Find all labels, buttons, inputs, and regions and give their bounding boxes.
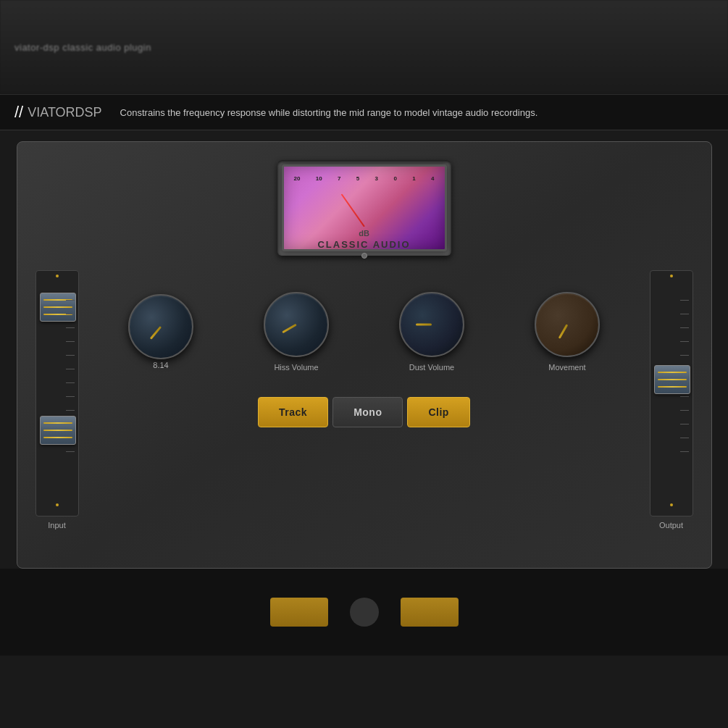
vu-needle (340, 193, 364, 227)
knobs-section: 8.14 Hiss Volume (79, 270, 650, 427)
clip-button[interactable]: Clip (407, 397, 469, 427)
output-slider-track[interactable] (650, 270, 693, 516)
plugin-container: 20 10 7 5 3 0 1 4 dB CLASSIC AUDIO (17, 141, 712, 569)
dust-knob-outer (399, 292, 464, 357)
output-slider-line-2 (658, 379, 687, 380)
input-slider-top-indicator (56, 275, 59, 277)
movement-knob-marker (558, 324, 569, 339)
vu-meter-frame: 20 10 7 5 3 0 1 4 dB CLASSIC AUDIO (277, 160, 451, 256)
output-slider-line-3 (658, 386, 687, 388)
input-knob-marker (150, 326, 162, 340)
input-knob-outer (128, 294, 193, 359)
slider-handle-line-6 (43, 437, 72, 438)
bottom-button-left[interactable] (270, 598, 328, 627)
hiss-knob-label: Hiss Volume (274, 363, 318, 372)
input-slider-bottom-indicator (56, 503, 59, 506)
vu-dot (361, 253, 367, 259)
vu-db-label: dB (291, 229, 438, 238)
input-knob-value: 8.14 (153, 361, 168, 369)
input-knob-container: 8.14 (128, 294, 193, 369)
slider-handle-line-5 (43, 430, 72, 431)
buttons-row: Track Mono Clip (93, 397, 635, 427)
header-bar: // VIATORDSP Constrains the frequency re… (0, 94, 728, 130)
dust-knob[interactable] (399, 292, 464, 357)
logo-icon: // (14, 103, 23, 122)
output-slider-bottom-indicator (670, 503, 673, 506)
logo-text: VIATORDSP (28, 105, 101, 120)
vu-needle-area (291, 183, 438, 227)
movement-knob-container: Movement (535, 292, 600, 372)
input-knob[interactable] (128, 294, 193, 359)
dust-knob-container: Dust Volume (399, 292, 464, 372)
dust-knob-marker (416, 324, 432, 326)
bottom-dot (350, 598, 379, 627)
movement-knob-label: Movement (548, 363, 585, 372)
output-slider-container[interactable]: Output (650, 270, 693, 530)
bottom-button-right[interactable] (401, 598, 459, 627)
input-slider-container[interactable]: Input (35, 270, 79, 530)
movement-knob[interactable] (535, 292, 600, 357)
input-slider-handle-2[interactable] (40, 416, 76, 445)
top-bar-text: viator-dsp classic audio plugin (14, 42, 151, 53)
top-bar: viator-dsp classic audio plugin (0, 0, 728, 94)
input-slider-label: Input (48, 521, 65, 530)
output-slider-handle-1[interactable] (654, 365, 690, 394)
hiss-knob-outer (264, 292, 329, 357)
header-description: Constrains the frequency response while … (120, 107, 538, 118)
slider-handle-line-4 (43, 422, 72, 424)
dust-knob-label: Dust Volume (409, 363, 454, 372)
main-controls: Input 8.14 (35, 270, 693, 530)
hiss-knob-marker (282, 324, 297, 334)
hiss-knob-container: Hiss Volume (264, 292, 329, 372)
hiss-knob[interactable] (264, 292, 329, 357)
output-slider-line-1 (658, 372, 687, 373)
logo: // VIATORDSP (14, 103, 102, 122)
track-button[interactable]: Track (258, 397, 328, 427)
bottom-section (0, 569, 728, 656)
movement-knob-outer (535, 292, 600, 357)
output-slider-label: Output (659, 521, 683, 530)
output-slider-top-indicator (670, 275, 673, 277)
vu-scale: 20 10 7 5 3 0 1 4 (291, 174, 438, 183)
mono-button[interactable]: Mono (332, 397, 403, 427)
knobs-row: 8.14 Hiss Volume (93, 292, 635, 372)
input-slider-track[interactable] (35, 270, 79, 516)
vu-meter: 20 10 7 5 3 0 1 4 dB CLASSIC AUDIO (282, 164, 447, 251)
vu-meter-container: 20 10 7 5 3 0 1 4 dB CLASSIC AUDIO (277, 160, 451, 256)
vu-title: CLASSIC AUDIO (291, 239, 438, 250)
